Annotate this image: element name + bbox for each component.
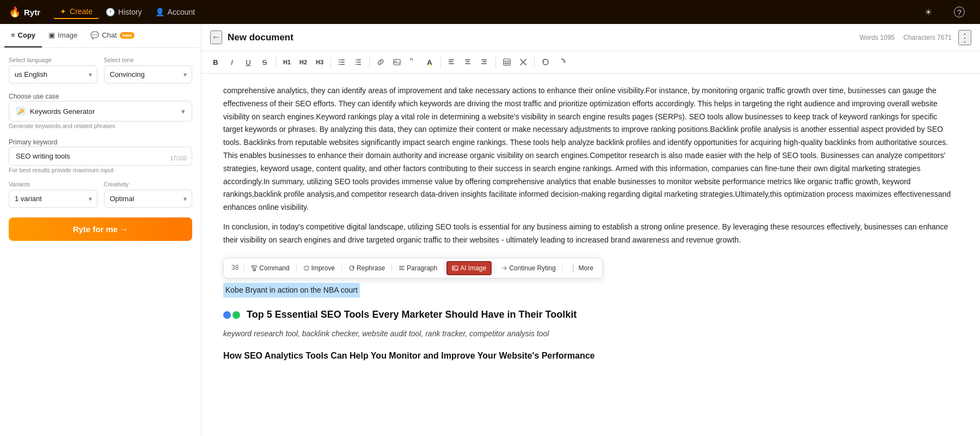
undo-button[interactable] — [538, 55, 553, 70]
ordered-list-button[interactable]: 123 — [351, 55, 366, 70]
content-paragraph-1: comprehensive analytics, they can identi… — [223, 84, 958, 214]
strikethrough-button[interactable]: S — [257, 55, 272, 70]
brand-name: Rytr — [24, 8, 40, 17]
language-label: Select language — [9, 57, 97, 63]
toolbar-separator-4 — [440, 57, 441, 68]
creativity-select[interactable]: Optimal — [104, 190, 193, 208]
quote-button[interactable]: " — [406, 55, 421, 70]
brand-logo[interactable]: 🔥 Rytr — [9, 6, 40, 18]
redo-button[interactable] — [554, 55, 569, 70]
variants-select[interactable]: 1 variant — [9, 190, 97, 208]
help-button[interactable]: ? — [947, 4, 971, 20]
svg-point-35 — [454, 267, 455, 268]
svg-rect-18 — [465, 59, 470, 60]
variants-label: Variants — [9, 181, 97, 187]
editor-content[interactable]: comprehensive analytics, they can identi… — [201, 74, 980, 436]
rephrase-button[interactable]: Rephrase — [344, 262, 389, 274]
svg-rect-0 — [340, 59, 345, 60]
svg-rect-32 — [399, 268, 403, 268]
selected-text: Kobe Bryant in action on the NBA court — [223, 283, 360, 298]
ft-sep-4 — [391, 263, 392, 273]
back-button[interactable]: ← — [210, 31, 222, 44]
unordered-list-button[interactable] — [334, 55, 350, 70]
use-case-inner: 🔑 Keywords Generator — [16, 106, 95, 116]
svg-rect-33 — [399, 269, 405, 270]
use-case-chevron-icon: ▾ — [181, 107, 185, 116]
svg-rect-2 — [340, 64, 345, 65]
underline-button[interactable]: U — [241, 55, 256, 70]
svg-rect-8 — [357, 64, 361, 65]
word-char-count: Words 1095 Characters 7671 — [860, 34, 952, 41]
svg-rect-17 — [449, 63, 454, 64]
svg-point-3 — [339, 59, 340, 60]
tab-copy[interactable]: ≡ Copy — [4, 24, 42, 47]
nav-history[interactable]: 🕐 History — [99, 5, 149, 19]
align-right-button[interactable] — [477, 55, 492, 70]
clear-format-button[interactable] — [516, 55, 531, 70]
table-button[interactable] — [499, 55, 514, 70]
ft-sep-6 — [494, 263, 494, 273]
svg-rect-24 — [504, 59, 510, 65]
sidebar: ≡ Copy ▣ Image 💬 Chat new Select languag… — [0, 24, 201, 436]
help-icon: ? — [954, 7, 965, 17]
ryte-for-me-button[interactable]: Ryte for me → — [9, 217, 192, 241]
copy-icon: ≡ — [11, 31, 15, 39]
create-icon: ✦ — [60, 7, 66, 16]
improve-button[interactable]: Improve — [299, 262, 339, 274]
variants-creativity-row: Variants 1 variant Creativity Optimal — [9, 181, 192, 208]
h1-button[interactable]: H1 — [279, 55, 295, 70]
editor-area: ← New document Words 1095 Characters 767… — [201, 24, 980, 436]
more-options-button[interactable]: ⋮ — [958, 30, 971, 45]
paragraph-button[interactable]: Paragraph — [394, 262, 442, 274]
ai-image-button[interactable]: AI Image — [446, 261, 492, 275]
language-group: Select language us English — [9, 57, 97, 83]
top-navigation: 🔥 Rytr ✦ Create 🕐 History 👤 Account ☀ ? — [0, 0, 980, 24]
bold-button[interactable]: B — [208, 55, 223, 70]
image-tab-icon: ▣ — [48, 31, 55, 39]
italic-button[interactable]: I — [224, 55, 240, 70]
ft-sep-3 — [341, 263, 342, 273]
svg-rect-22 — [482, 62, 487, 63]
h3-button[interactable]: H3 — [312, 55, 327, 70]
editor-toolbar: B I U S H1 H2 H3 123 " A — [201, 51, 980, 74]
tab-chat[interactable]: 💬 Chat new — [84, 24, 141, 47]
tone-select-wrapper: Convincing — [104, 65, 193, 83]
sun-icon: ☀ — [924, 7, 932, 17]
svg-rect-19 — [466, 62, 470, 63]
sidebar-body: Select language us English Select tone C… — [0, 48, 201, 250]
image-button[interactable] — [389, 55, 405, 70]
creativity-group: Creativity Optimal — [104, 181, 193, 208]
toolbar-separator-2 — [330, 57, 331, 68]
h2-button[interactable]: H2 — [296, 55, 311, 70]
link-button[interactable] — [373, 55, 388, 70]
more-ft-button[interactable]: ⋮ More — [565, 262, 598, 275]
nav-account[interactable]: 👤 Account — [149, 5, 202, 19]
svg-point-4 — [339, 62, 340, 63]
content-paragraph-2: In conclusion, in today's competitive di… — [223, 221, 958, 247]
account-icon: 👤 — [155, 8, 164, 16]
continue-ryting-button[interactable]: Continue Ryting — [497, 262, 560, 274]
tone-group: Select tone Convincing — [104, 57, 193, 83]
command-button[interactable]: Command — [247, 262, 293, 274]
align-center-button[interactable] — [461, 55, 476, 70]
editor-heading-3: How SEO Analytics Tools Can Help You Mon… — [223, 348, 958, 363]
document-title: New document — [228, 32, 860, 43]
ft-sep-1 — [244, 263, 244, 273]
history-icon: 🕐 — [106, 8, 115, 16]
theme-toggle-button[interactable]: ☀ — [918, 5, 939, 20]
align-left-button[interactable] — [444, 55, 460, 70]
more-dots-icon: ⋮ — [569, 264, 577, 272]
editor-italic-text: keyword research tool, backlink checker,… — [223, 328, 958, 341]
rytr-logo-icon: 🔥 — [9, 6, 21, 18]
nav-right-actions: ☀ ? — [918, 4, 971, 20]
tone-select[interactable]: Convincing — [104, 65, 193, 83]
use-case-dropdown[interactable]: 🔑 Keywords Generator ▾ — [9, 101, 192, 122]
nav-create[interactable]: ✦ Create — [53, 5, 99, 19]
tab-image[interactable]: ▣ Image — [42, 24, 84, 47]
language-select[interactable]: us English — [9, 65, 97, 83]
keyword-input[interactable] — [9, 147, 192, 166]
ai-green-icon — [232, 311, 240, 319]
highlight-button[interactable]: A — [422, 55, 437, 70]
svg-text:": " — [410, 58, 413, 66]
keyword-label: Primary keyword — [9, 138, 57, 146]
